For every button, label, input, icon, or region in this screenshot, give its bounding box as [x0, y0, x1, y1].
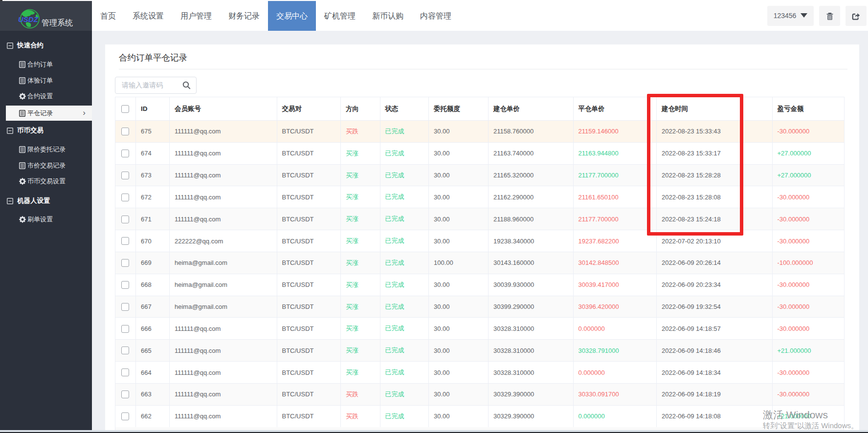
svg-text:USDZ: USDZ: [18, 15, 39, 23]
svg-text:管理系统: 管理系统: [42, 18, 73, 27]
